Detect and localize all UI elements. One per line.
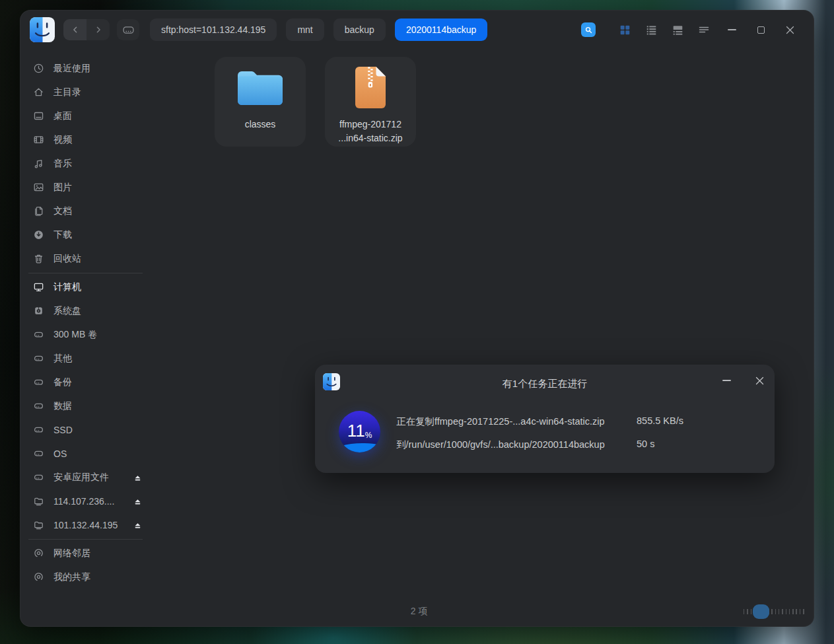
sidebar-item-host-101-132-44-195[interactable]: 101.132.44.195	[20, 513, 153, 537]
content-area: classes ffmpeg-201712...in64-static.zip	[153, 49, 814, 626]
sidebar-item-label: 安卓应用文件	[53, 472, 109, 483]
sidebar-item-recent[interactable]: 最近使用	[20, 57, 153, 81]
network-folder-icon	[33, 519, 44, 530]
list-view-button[interactable]	[638, 18, 664, 42]
drive-icon	[33, 353, 44, 364]
breadcrumb-20200114backup[interactable]: 20200114backup	[395, 18, 487, 41]
close-icon	[786, 26, 794, 34]
sidebar-item-network-neighbors[interactable]: 网络邻居	[20, 542, 153, 565]
eject-button[interactable]	[131, 495, 144, 508]
detail-view-button[interactable]	[664, 18, 691, 42]
hamburger-menu-icon	[698, 24, 710, 35]
eject-button[interactable]	[131, 519, 144, 532]
eject-button[interactable]	[131, 471, 144, 484]
item-count: 2 项	[411, 606, 428, 618]
sidebar-item-downloads[interactable]: 下载	[20, 223, 153, 247]
sidebar-item-label: OS	[53, 448, 67, 459]
drive-icon	[33, 448, 44, 459]
zip-file-icon	[354, 65, 387, 110]
sidebar-divider	[28, 273, 143, 273]
detail-list-view-icon	[672, 24, 683, 36]
clock-icon	[33, 63, 44, 74]
sidebar-item-computer[interactable]: 计算机	[20, 275, 153, 299]
sidebar-item-label: 图片	[53, 182, 72, 194]
close-icon	[755, 376, 764, 385]
sidebar-item-label: 音乐	[53, 158, 72, 170]
sidebar-item-pictures[interactable]: 图片	[20, 176, 153, 199]
titlebar-right-cluster	[581, 18, 804, 42]
sidebar-item-android-app-files[interactable]: 安卓应用文件	[20, 466, 153, 489]
sidebar-item-label: 计算机	[53, 281, 81, 293]
file-manager-window: sftp:host=101.132.44.195mntbackup2020011…	[20, 10, 814, 627]
sidebar-item-home[interactable]: 主目录	[20, 81, 153, 104]
sidebar-item-my-shares[interactable]: 我的共享	[20, 565, 153, 589]
sidebar-item-ssd[interactable]: SSD	[20, 418, 153, 442]
document-icon	[33, 205, 44, 217]
slider-handle[interactable]	[753, 604, 769, 619]
network-share-icon	[33, 548, 44, 559]
sidebar-item-trash[interactable]: 回收站	[20, 247, 153, 271]
drive-icon	[33, 400, 44, 411]
dialog-minimize-button[interactable]	[719, 374, 734, 387]
sidebar-item-data-disk[interactable]: 数据	[20, 394, 153, 418]
sidebar-item-host-114-107-236[interactable]: 114.107.236....	[20, 489, 153, 513]
download-circle-icon	[33, 229, 44, 240]
breadcrumb-backup[interactable]: backup	[333, 18, 386, 41]
file-item-ffmpeg-zip[interactable]: ffmpeg-201712...in64-static.zip	[325, 57, 416, 147]
sidebar-item-label: 114.107.236....	[53, 496, 114, 507]
sidebar-item-label: 其他	[53, 353, 72, 365]
sidebar-item-videos[interactable]: 视频	[20, 128, 153, 152]
back-button[interactable]	[63, 19, 87, 40]
dialog-close-button[interactable]	[752, 373, 767, 388]
copy-speed: 855.5 KB/s	[637, 415, 683, 426]
sidebar-item-label: 下载	[53, 229, 72, 241]
sidebar-item-system-disk[interactable]: 系统盘	[20, 299, 153, 323]
app-icon	[30, 17, 55, 42]
menu-button[interactable]	[691, 18, 717, 42]
close-button[interactable]	[775, 18, 804, 42]
breadcrumb: sftp:host=101.132.44.195mntbackup2020011…	[150, 18, 487, 41]
minimize-icon	[728, 29, 736, 30]
chevron-right-icon	[93, 24, 104, 35]
sidebar-divider	[28, 539, 143, 540]
sidebar-item-other[interactable]: 其他	[20, 347, 153, 371]
music-note-icon	[33, 158, 44, 169]
breadcrumb-mnt[interactable]: mnt	[286, 18, 324, 41]
sidebar-item-os[interactable]: OS	[20, 442, 153, 466]
sidebar-item-desktop[interactable]: 桌面	[20, 104, 153, 128]
icon-size-slider[interactable]	[744, 608, 806, 615]
drive-icon	[122, 24, 135, 36]
list-view-icon	[646, 24, 657, 36]
sidebar-item-label: 系统盘	[53, 305, 81, 317]
maximize-button[interactable]	[746, 18, 775, 42]
sidebar-item-label: 300 MB 卷	[53, 329, 97, 341]
sidebar-item-label: 网络邻居	[53, 548, 90, 559]
sidebar-item-backup-disk[interactable]: 备份	[20, 371, 153, 394]
time-remaining: 50 s	[637, 439, 654, 449]
sidebar-item-volume-300mb[interactable]: 300 MB 卷	[20, 323, 153, 347]
file-item-classes[interactable]: classes	[215, 57, 306, 147]
sidebar-item-documents[interactable]: 文档	[20, 199, 153, 223]
desktop-wallpaper: sftp:host=101.132.44.195mntbackup2020011…	[0, 0, 834, 644]
search-icon	[584, 26, 593, 34]
chevron-left-icon	[70, 24, 81, 35]
film-icon	[33, 134, 44, 145]
sidebar-item-label: 视频	[53, 134, 72, 146]
sidebar-item-label: SSD	[53, 425, 73, 435]
search-button[interactable]	[581, 22, 596, 37]
sidebar-item-label: 主目录	[53, 87, 81, 98]
forward-button[interactable]	[87, 19, 110, 40]
eject-icon	[133, 473, 143, 483]
sidebar-item-music[interactable]: 音乐	[20, 152, 153, 176]
breadcrumb-sftp-host[interactable]: sftp:host=101.132.44.195	[150, 18, 277, 41]
grid-view-button[interactable]	[611, 18, 638, 42]
sidebar-item-label: 我的共享	[53, 571, 90, 583]
file-name: ffmpeg-201712...in64-static.zip	[338, 118, 402, 145]
minimize-button[interactable]	[717, 18, 746, 42]
sidebar-item-label: 数据	[53, 400, 72, 412]
navigation-buttons	[63, 19, 110, 40]
disk-button[interactable]	[117, 19, 139, 40]
file-grid: classes ffmpeg-201712...in64-static.zip	[215, 57, 416, 147]
trash-icon	[33, 253, 44, 264]
copy-source-text: 正在复制ffmpeg-20171225-...a4c-win64-static.…	[396, 415, 605, 428]
